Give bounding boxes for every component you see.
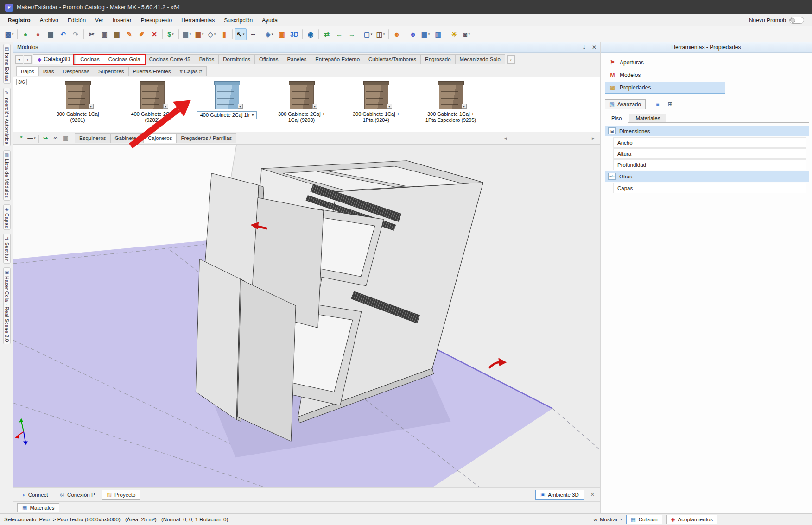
property-row[interactable]: ⊞ Dimensiones bbox=[605, 126, 809, 136]
catalog-tab[interactable]: Cocinas Corte 45 bbox=[145, 54, 195, 64]
catalog-tab[interactable]: Cocinas Gola bbox=[104, 54, 145, 64]
client-icon[interactable]: ☻ ▾ bbox=[407, 28, 419, 40]
catalog-tab[interactable]: Oficinas bbox=[255, 54, 283, 64]
menu-item[interactable]: Suscripción bbox=[219, 14, 257, 26]
module-card[interactable]: ▾ 300 Gabinete 1Caj + ▾ 1Pta Especiero (… bbox=[413, 81, 488, 125]
promob-catalog-icon[interactable]: ● ▾ bbox=[19, 28, 32, 40]
wall-tool-icon[interactable]: ▦ ▾ bbox=[181, 28, 193, 40]
viewport-layout-icon[interactable]: ▢ ▾ bbox=[362, 28, 374, 40]
person-icon[interactable]: ☻ ▾ bbox=[391, 28, 403, 40]
variant-badge-icon[interactable]: ▾ bbox=[238, 104, 243, 109]
rail-sustituir[interactable]: ⇄ Sustituir bbox=[3, 234, 11, 264]
tab-materiales[interactable]: ▦ Materiales bbox=[17, 503, 59, 512]
panel-tool-icon[interactable]: ▮ ▾ bbox=[218, 28, 230, 40]
redo-icon[interactable]: ↷ ▾ bbox=[70, 28, 82, 40]
3d-viewport[interactable] bbox=[13, 145, 600, 487]
acoplamientos-button[interactable]: ◈ Acoplamientos bbox=[666, 515, 717, 524]
list-report-icon[interactable]: ▦ ▾ bbox=[419, 28, 431, 40]
menu-item[interactable]: Ver bbox=[90, 14, 108, 26]
catalog-tab[interactable]: Baños bbox=[195, 54, 219, 64]
colision-button[interactable]: ▦ Colisión bbox=[626, 515, 662, 524]
line-style-icon[interactable]: — ▾ bbox=[26, 133, 37, 143]
catalog-tab[interactable]: Entrepaño Externo bbox=[311, 54, 364, 64]
catalog-tab[interactable]: Dormitorios bbox=[219, 54, 255, 64]
catalog-tab[interactable]: Paneles bbox=[283, 54, 311, 64]
category-tab[interactable]: # Cajas # bbox=[175, 66, 207, 76]
visibility-eye-icon[interactable]: ◉ ▾ bbox=[304, 28, 317, 40]
apply-tool-icon[interactable]: ✐ ▾ bbox=[136, 28, 148, 40]
sheet-report-icon[interactable]: ▥ ▾ bbox=[432, 28, 444, 40]
insert-module-icon[interactable]: ↪ ▾ bbox=[40, 133, 51, 143]
module-card[interactable]: ▾ 300 Gabinete 1Caj ▾ (9201) bbox=[40, 81, 115, 125]
save-icon[interactable]: ▩ ▾ bbox=[3, 28, 15, 40]
delete-icon[interactable]: ✕ ▾ bbox=[148, 28, 160, 40]
variant-badge-icon[interactable]: ▾ bbox=[462, 104, 467, 109]
rail-items-extras[interactable]: ▤ Items Extras bbox=[3, 44, 11, 84]
category-tab[interactable]: Puertas/Frentes bbox=[129, 66, 176, 76]
catalog-tab[interactable]: Cubiertas/Tambores bbox=[364, 54, 421, 64]
close-icon[interactable]: ✕ bbox=[592, 44, 596, 51]
variant-badge-icon[interactable]: ▾ bbox=[163, 104, 168, 109]
nuevo-promob-toggle[interactable] bbox=[789, 17, 804, 24]
list-view-icon[interactable]: ≡ bbox=[653, 100, 663, 109]
category-tab[interactable]: Bajos bbox=[16, 66, 39, 76]
module-card[interactable]: ▾ 300 Gabinete 2Caj + ▾ 1Caj (9203) bbox=[264, 81, 339, 125]
tab-proyecto[interactable]: ▨ Proyecto bbox=[102, 490, 141, 500]
variant-badge-icon[interactable]: ▾ bbox=[387, 104, 392, 109]
snapshot-icon[interactable]: ◙ ▾ bbox=[461, 28, 473, 40]
print-icon[interactable]: ▤ ▾ bbox=[44, 28, 57, 40]
module-card[interactable]: ▾ 400 Gabinete 2Caj ▾ (9202) bbox=[115, 81, 190, 125]
avanzado-button[interactable]: ▧ Avanzado bbox=[605, 99, 646, 109]
tab-connect[interactable]: ◗ Connect bbox=[17, 490, 53, 500]
catalog-tab[interactable]: Mecanizado Solo bbox=[456, 54, 505, 64]
module-card[interactable]: ▾ 400 Gabinete 2Caj 1Ir ▾ bbox=[190, 81, 264, 125]
module-subtab[interactable]: Esquineros bbox=[75, 133, 111, 143]
property-row[interactable]: Profundidad bbox=[613, 159, 806, 170]
select-tool-icon[interactable]: ↖ ▾ bbox=[235, 28, 247, 40]
budget-icon[interactable]: $ ▾ bbox=[165, 28, 177, 40]
category-tab[interactable]: Despensas bbox=[58, 66, 94, 76]
menu-item[interactable]: Presupuesto bbox=[136, 14, 177, 26]
module-subtab[interactable]: Cajoneros bbox=[144, 133, 177, 143]
lock-icon[interactable]: ▣ ▾ bbox=[61, 133, 71, 143]
layers-icon[interactable]: ◈ ▾ bbox=[263, 28, 275, 40]
shape-tool-icon[interactable]: ◇ ▾ bbox=[206, 28, 218, 40]
tool-modelos[interactable]: M Modelos bbox=[605, 69, 725, 81]
rail-capas[interactable]: ◈ Capas bbox=[3, 204, 11, 230]
tool-aperturas[interactable]: ⚑ Aperturas bbox=[605, 57, 725, 69]
property-row[interactable]: etc Otras bbox=[605, 171, 809, 182]
idea-icon[interactable]: ☀ ▾ bbox=[448, 28, 460, 40]
variant-badge-icon[interactable]: ▾ bbox=[312, 104, 317, 109]
menu-item[interactable]: Ayuda bbox=[257, 14, 282, 26]
format-painter-icon[interactable]: ✎ ▾ bbox=[123, 28, 135, 40]
catalog3d-tab[interactable]: ◆ Catalog3D bbox=[33, 54, 75, 64]
floor-3d-icon[interactable]: 3D ▾ bbox=[288, 28, 300, 40]
ambiente-3d-button[interactable]: ▣ Ambiente 3D bbox=[535, 490, 584, 500]
filter-icon[interactable]: * ▾ bbox=[16, 133, 26, 143]
scroll-left-icon[interactable]: ◄ bbox=[503, 136, 508, 141]
property-row[interactable]: Ancho bbox=[613, 137, 806, 148]
catalog-dropdown-icon[interactable]: ▾ bbox=[15, 55, 23, 64]
measure-tool-icon[interactable]: ╌ ▾ bbox=[247, 28, 259, 40]
scene-view-icon[interactable]: ◫ ▾ bbox=[374, 28, 387, 40]
module-subtab[interactable]: Gabinetes bbox=[111, 133, 144, 143]
variant-badge-icon[interactable]: ▾ bbox=[89, 104, 94, 109]
scroll-right-icon[interactable]: ► bbox=[591, 136, 596, 141]
catalog-back-icon[interactable]: ‹ bbox=[24, 55, 32, 64]
property-tab[interactable]: Piso bbox=[605, 114, 628, 123]
paste-icon[interactable]: ▤ ▾ bbox=[111, 28, 123, 40]
catalog-overflow-icon[interactable]: › bbox=[507, 55, 515, 64]
substitute-icon[interactable]: ⇄ ▾ bbox=[321, 28, 333, 40]
render-icon[interactable]: ● ▾ bbox=[32, 28, 44, 40]
close-icon[interactable]: ✕ bbox=[590, 492, 595, 498]
menu-item[interactable]: Herramientas bbox=[177, 14, 219, 26]
mostrar-dropdown[interactable]: ∞ Mostrar ▾ bbox=[594, 517, 622, 522]
table-view-icon[interactable]: ⊞ bbox=[665, 100, 675, 109]
rail-hacer-cola[interactable]: ▣ Hacer Cola - Real Scene 2.0 bbox=[3, 267, 11, 344]
menu-item[interactable]: Insertar bbox=[108, 14, 136, 26]
module-subtab[interactable]: Fregaderos / Parrillas bbox=[177, 133, 236, 143]
rail-lista-de-modulos[interactable]: ▥ Lista de Módulos bbox=[3, 150, 11, 200]
category-tab[interactable]: Islas bbox=[39, 66, 59, 76]
copy-icon[interactable]: ▣ ▾ bbox=[98, 28, 110, 40]
build-tool-icon[interactable]: ▤ ▾ bbox=[193, 28, 205, 40]
